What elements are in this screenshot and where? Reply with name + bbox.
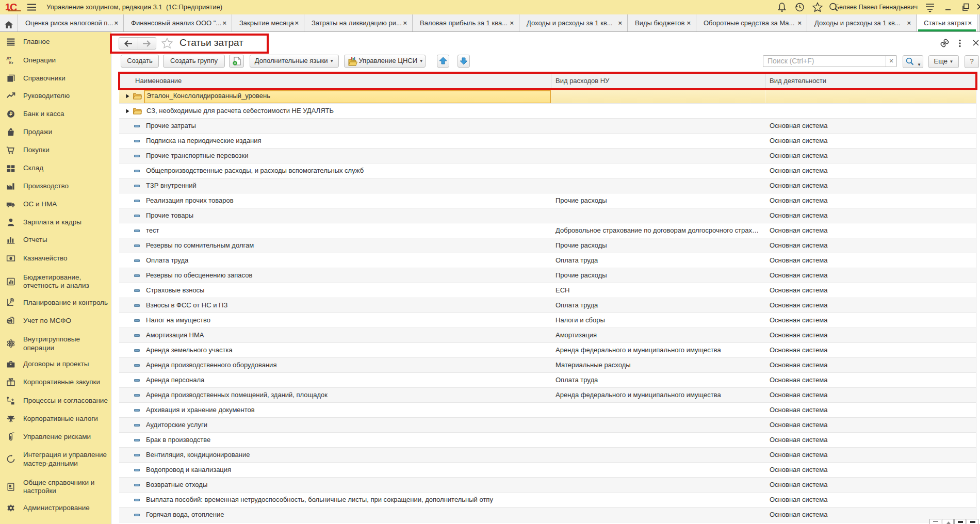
svg-text:Кт: Кт <box>9 60 13 65</box>
svg-text:Дт: Дт <box>7 56 11 60</box>
svg-text:₽: ₽ <box>9 111 12 117</box>
